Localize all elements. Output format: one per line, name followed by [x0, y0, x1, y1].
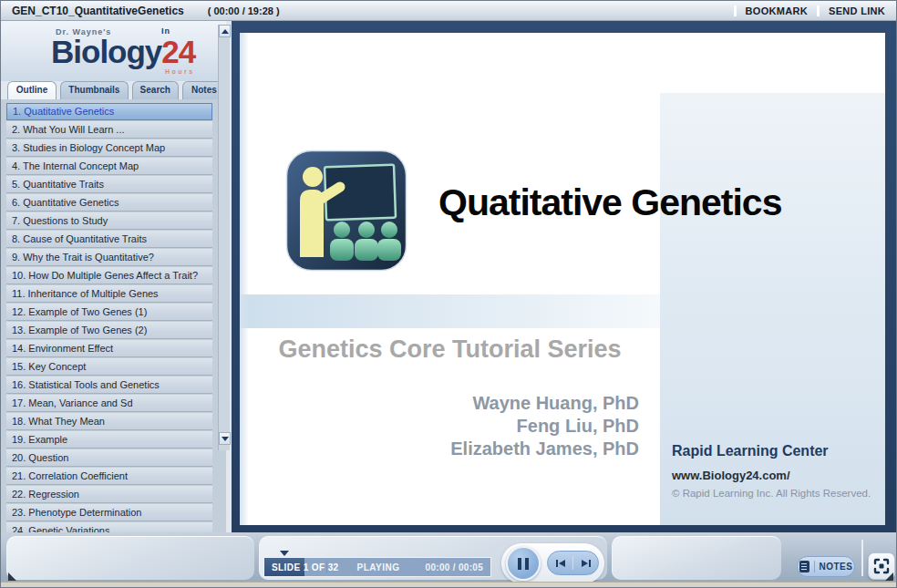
- bottom-panel-left: [6, 536, 254, 580]
- copyright-text: © Rapid Learning Inc. All Rights Reserve…: [672, 488, 885, 499]
- slide-counter: SLIDE 1 OF 32: [272, 558, 339, 577]
- previous-icon: [555, 559, 566, 568]
- topbar-actions: BOOKMARK SEND LINK: [734, 5, 885, 16]
- slide-nav-group: [547, 551, 599, 575]
- tab-thumbnails[interactable]: Thumbnails: [60, 81, 129, 99]
- player-window: GEN_CT10_QuantitativeGenetics ( 00:00 / …: [0, 0, 897, 588]
- outline-item[interactable]: 9. Why the Trait is Quantitative?: [6, 249, 212, 266]
- outline-list: 1. Quatitative Genetics 2. What You Will…: [1, 99, 226, 532]
- outline-item[interactable]: 3. Studies in Biology Concept Map: [6, 139, 212, 157]
- logo-hours-text: Hours: [165, 68, 195, 75]
- outline-item[interactable]: 14. Environment Effect: [6, 340, 212, 357]
- outline-scrollbar[interactable]: [218, 25, 230, 450]
- tab-search[interactable]: Search: [132, 81, 179, 99]
- course-title: GEN_CT10_QuantitativeGenetics: [12, 5, 184, 17]
- previous-slide-button[interactable]: [548, 552, 572, 574]
- resize-grip[interactable]: [885, 573, 893, 581]
- outline-item[interactable]: 13. Example of Two Genes (2): [6, 322, 212, 339]
- playback-control-bar: SLIDE 1 OF 32 PLAYING 00:00 / 00:05: [1, 532, 896, 583]
- outline-item[interactable]: 15. Key Concept: [6, 358, 212, 376]
- outline-item[interactable]: 11. Inheritance of Multiple Genes: [6, 285, 212, 303]
- sidebar: Dr. Wayne's Biology24 In Hours Outline T…: [1, 21, 232, 532]
- outline-item[interactable]: 5. Quantitative Traits: [6, 176, 212, 193]
- outline-item[interactable]: 23. Phenotype Determination: [6, 504, 212, 521]
- notes-button[interactable]: NOTES: [797, 556, 855, 577]
- scroll-up-button[interactable]: [219, 25, 231, 37]
- playback-buttons-group: [501, 543, 604, 583]
- slide-stage-frame: Quatitative Genetics Genetics Core Tutor…: [232, 21, 897, 532]
- branding-block: Rapid Learning Center www.Biology24.com/…: [672, 443, 885, 499]
- outline-item[interactable]: 6. Quantitative Genetics: [6, 194, 212, 211]
- logo-in-text: In: [161, 26, 170, 36]
- outline-item[interactable]: 17. Mean, Variance and Sd: [6, 395, 212, 412]
- outline-item[interactable]: 22. Regression: [6, 486, 212, 503]
- outline-item[interactable]: 2. What You Will Learn ...: [6, 121, 212, 139]
- next-slide-button[interactable]: [573, 552, 598, 574]
- playback-status: PLAYING: [346, 558, 410, 577]
- outline-item[interactable]: 12. Example of Two Genes (1): [6, 304, 212, 321]
- slide-time: 00:00 / 00:05: [426, 558, 483, 577]
- logo-biology-text: Biology: [51, 34, 161, 69]
- send-link-button[interactable]: SEND LINK: [829, 5, 885, 16]
- outline-item[interactable]: 8. Cause of Quantitative Traits: [6, 231, 212, 248]
- outline-item[interactable]: 19. Example: [6, 431, 212, 449]
- slide-progress-bar[interactable]: SLIDE 1 OF 32 PLAYING 00:00 / 00:05: [263, 557, 491, 577]
- org-url: www.Biology24.com/: [672, 469, 885, 482]
- top-title-bar: GEN_CT10_QuantitativeGenetics ( 00:00 / …: [1, 1, 896, 21]
- biology24-logo: Dr. Wayne's Biology24 In Hours: [1, 21, 226, 81]
- author-line: Feng Liu, PhD: [240, 415, 639, 438]
- seek-marker[interactable]: [280, 551, 289, 556]
- outline-item[interactable]: 1. Quatitative Genetics: [6, 103, 212, 120]
- notes-button-label: NOTES: [820, 562, 853, 572]
- resize-grip[interactable]: [8, 573, 16, 581]
- separator: [814, 561, 815, 573]
- author-line: Elizabeth James, PhD: [240, 438, 639, 460]
- bookmark-button[interactable]: BOOKMARK: [746, 5, 808, 16]
- slide-divider-band: [240, 294, 660, 328]
- separator: [817, 5, 820, 16]
- outline-item[interactable]: 21. Correlation Coefficient: [6, 468, 212, 485]
- bottom-panel-right: [612, 536, 781, 580]
- teacher-presentation-icon: [285, 150, 407, 272]
- outline-item[interactable]: 16. Statistical Tools and Genetics: [6, 377, 212, 394]
- scroll-down-button[interactable]: [219, 432, 231, 445]
- slide-authors: Wayne Huang, PhD Feng Liu, PhD Elizabeth…: [240, 392, 639, 460]
- author-line: Wayne Huang, PhD: [240, 392, 639, 415]
- outline-item[interactable]: 20. Question: [6, 449, 212, 467]
- pause-icon: [525, 558, 529, 570]
- sidebar-tabs: Outline Thumbnails Search Notes: [1, 81, 226, 99]
- next-icon: [581, 559, 592, 568]
- document-icon: [799, 561, 809, 573]
- outline-item[interactable]: 7. Questions to Study: [6, 212, 212, 230]
- logo-24-text: 24: [161, 34, 195, 69]
- outline-item[interactable]: 4. The Internal Concept Map: [6, 158, 212, 175]
- arrow-up-icon: [222, 29, 229, 34]
- slide-series-subtitle: Genetics Core Tutorial Series: [240, 335, 660, 364]
- arrow-down-icon: [222, 437, 229, 441]
- window-bottom-edge: [1, 582, 896, 587]
- separator: [861, 540, 863, 576]
- tab-outline[interactable]: Outline: [7, 81, 57, 99]
- separator: [734, 5, 737, 16]
- pause-icon: [518, 558, 521, 570]
- org-name: Rapid Learning Center: [672, 443, 885, 459]
- slide-title: Quatitative Genetics: [438, 181, 781, 224]
- outline-item[interactable]: 10. How Do Multiple Genes Affect a Trait…: [6, 267, 212, 284]
- course-elapsed-time: ( 00:00 / 19:28 ): [208, 5, 280, 16]
- slide-canvas: Quatitative Genetics Genetics Core Tutor…: [240, 33, 885, 525]
- pause-button[interactable]: [506, 546, 541, 581]
- outline-item[interactable]: 24. Genetic Variations: [6, 522, 212, 532]
- outline-item[interactable]: 18. What They Mean: [6, 413, 212, 430]
